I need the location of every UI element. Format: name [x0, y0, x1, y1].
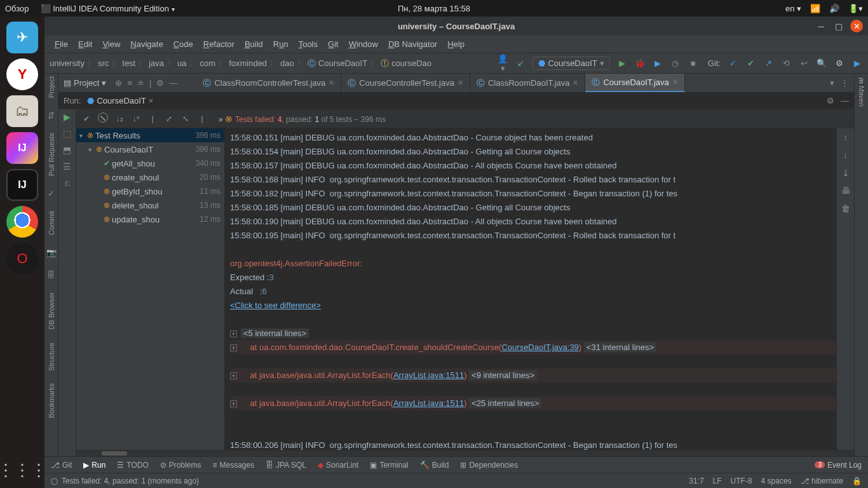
- sidebar-icon[interactable]: ⬒: [63, 145, 71, 155]
- hide-icon[interactable]: —: [169, 78, 177, 88]
- tw-todo[interactable]: ☰ TODO: [117, 461, 148, 470]
- menu-build[interactable]: Build: [241, 37, 267, 51]
- dock-chrome[interactable]: [6, 206, 38, 238]
- tab-coursecontrollertest[interactable]: ⒸCourseControllerTest.java✕: [341, 74, 470, 92]
- status-square-icon[interactable]: ▢: [51, 477, 58, 485]
- status-caret[interactable]: 31:7: [689, 477, 703, 485]
- tab-dropdown-icon[interactable]: ▾: [830, 78, 834, 88]
- h-scrollbar[interactable]: [76, 450, 854, 456]
- build-hammer-icon[interactable]: ↙: [515, 58, 526, 68]
- tw-problems[interactable]: ⊘ Problems: [160, 461, 201, 470]
- git-history-icon[interactable]: ⟲: [780, 58, 792, 68]
- run-hide-icon[interactable]: —: [841, 96, 849, 105]
- fold-icon[interactable]: +: [230, 344, 237, 351]
- users-icon[interactable]: 👤▾: [497, 54, 508, 73]
- tree-row-test[interactable]: ⊗getById_shou11 ms: [76, 184, 224, 198]
- test-tree[interactable]: ▾⊗Test Results396 ms ▾⊗CourseDaoIT396 ms…: [76, 128, 225, 450]
- tw-build[interactable]: 🔨 Build: [420, 461, 449, 470]
- down-icon[interactable]: ↓: [843, 150, 848, 160]
- dock-opera[interactable]: O: [6, 243, 38, 274]
- toolwin-bookmarks[interactable]: Bookmarks: [48, 383, 55, 418]
- stack-link[interactable]: CourseDaoIT.java:39: [501, 342, 578, 352]
- stack-link[interactable]: ArrayList.java:1511: [393, 370, 464, 380]
- git-rollback-icon[interactable]: ↩: [798, 58, 810, 68]
- close-button[interactable]: ✕: [850, 20, 863, 32]
- breadcrumb[interactable]: university〉 src〉 test〉 java〉 ua〉 com〉 fo…: [50, 58, 431, 69]
- sidebar-icon[interactable]: ☰: [63, 161, 71, 172]
- fold-icon[interactable]: +: [230, 400, 237, 407]
- tab-classroomcontrollertest[interactable]: ⒸClassRoomControllerTest.java✕: [196, 74, 341, 92]
- toolwin-maven[interactable]: m Maven: [858, 78, 865, 107]
- gear-icon[interactable]: ⚙: [156, 78, 164, 88]
- tab-more-icon[interactable]: ⋮: [841, 78, 849, 88]
- menu-view[interactable]: View: [98, 37, 124, 51]
- close-icon[interactable]: ✕: [672, 78, 678, 86]
- click-difference-link[interactable]: <Click to see difference>: [230, 301, 321, 310]
- dock-yandex[interactable]: Y: [6, 58, 38, 90]
- menu-run[interactable]: Run: [269, 37, 292, 51]
- git-commit-icon[interactable]: ✔: [745, 58, 756, 68]
- menu-dbnav[interactable]: DB Navigator: [384, 37, 441, 51]
- lang-indicator[interactable]: en ▾: [785, 4, 801, 13]
- status-lf[interactable]: LF: [713, 477, 722, 485]
- tw-run[interactable]: ▶ Run: [83, 461, 105, 470]
- profile-button[interactable]: ◷: [670, 58, 681, 68]
- toolwin-project[interactable]: Project: [48, 76, 55, 98]
- status-lock-icon[interactable]: 🔒: [852, 477, 862, 485]
- check-icon[interactable]: ✔: [80, 114, 93, 123]
- sort-icon[interactable]: ↓₂: [113, 114, 126, 123]
- expand-all-icon[interactable]: ⤢: [163, 114, 175, 123]
- dock-apps-grid[interactable]: ⋮⋮⋮: [0, 461, 47, 480]
- menu-edit[interactable]: Edit: [74, 37, 96, 51]
- status-indent[interactable]: 4 spaces: [761, 477, 792, 485]
- coverage-button[interactable]: ▶: [652, 58, 663, 68]
- test-console[interactable]: 15:58:00.151 [main] DEBUG ua.com.foxmind…: [225, 128, 836, 450]
- fold-icon[interactable]: +: [230, 372, 237, 379]
- git-push-icon[interactable]: ↗: [763, 58, 774, 68]
- volume-icon[interactable]: 🔊: [829, 4, 839, 13]
- menu-file[interactable]: File: [51, 37, 72, 51]
- export-icon[interactable]: ⤓: [842, 168, 850, 178]
- sidebar-icon[interactable]: ⬚: [63, 128, 71, 139]
- sort-icon[interactable]: ↓ᵃ: [130, 114, 142, 123]
- run-config-tab[interactable]: ⬣CourseDaoIT ×: [87, 96, 153, 105]
- menu-window[interactable]: Window: [345, 37, 382, 51]
- wifi-icon[interactable]: 📶: [810, 4, 820, 13]
- status-branch[interactable]: ⎇ hibernate: [801, 477, 843, 485]
- menu-help[interactable]: Help: [444, 37, 468, 51]
- minimize-button[interactable]: ─: [815, 20, 827, 32]
- pull-requests-icon[interactable]: ⇵: [48, 111, 55, 120]
- db-icon[interactable]: 🗄: [47, 270, 55, 280]
- activities-button[interactable]: Обзор: [5, 4, 29, 13]
- dock-telegram[interactable]: ✈: [6, 22, 38, 53]
- up-icon[interactable]: ↑: [843, 132, 848, 142]
- camera-icon[interactable]: 📷: [46, 248, 57, 257]
- toolwin-dbbrowser[interactable]: DB Browser: [48, 292, 55, 330]
- fold-icon[interactable]: +: [230, 330, 237, 337]
- dock-files[interactable]: 🗂: [6, 95, 38, 127]
- maximize-button[interactable]: ▢: [832, 20, 845, 32]
- run-button[interactable]: ▶: [616, 58, 628, 68]
- sidebar-icon[interactable]: ⎌: [65, 178, 70, 188]
- tree-row-test[interactable]: ⊗create_shoul20 ms: [76, 170, 224, 184]
- print-icon[interactable]: 🖶: [841, 186, 850, 196]
- rerun-icon[interactable]: ▶: [64, 112, 71, 122]
- tree-row-test[interactable]: ⊗update_shou12 ms: [76, 212, 224, 226]
- menu-tools[interactable]: Tools: [295, 37, 322, 51]
- commit-icon[interactable]: ✓: [48, 189, 55, 198]
- tw-sonarlint[interactable]: ◆ SonarLint: [318, 461, 358, 470]
- stack-link[interactable]: ArrayList.java:1511: [393, 398, 464, 408]
- close-icon[interactable]: ✕: [573, 79, 578, 87]
- toolwin-pullrequests[interactable]: Pull Requests: [48, 133, 55, 176]
- close-icon[interactable]: ✕: [458, 79, 463, 87]
- collapse-all-icon[interactable]: ⤡: [179, 114, 192, 123]
- tw-eventlog[interactable]: 3 Event Log: [815, 461, 862, 470]
- tw-terminal[interactable]: ▣ Terminal: [370, 461, 408, 470]
- menu-navigate[interactable]: Navigate: [126, 37, 166, 51]
- status-encoding[interactable]: UTF-8: [731, 477, 752, 485]
- tree-row-class[interactable]: ▾⊗CourseDaoIT396 ms: [76, 142, 224, 156]
- tab-coursedaoit[interactable]: ⒸCourseDaoIT.java✕: [585, 74, 684, 92]
- git-update-icon[interactable]: ✓: [727, 58, 738, 68]
- tree-row-results[interactable]: ▾⊗Test Results396 ms: [76, 128, 224, 142]
- expand-icon[interactable]: ≡: [127, 78, 132, 88]
